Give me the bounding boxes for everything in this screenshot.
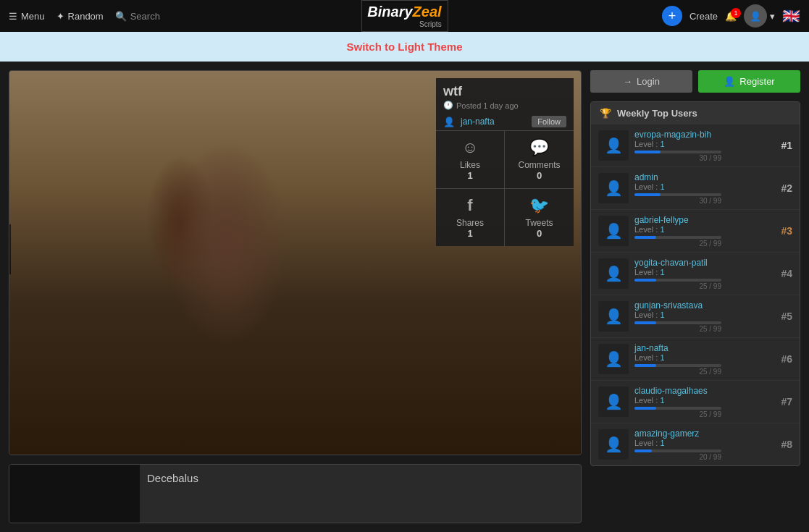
menu-link[interactable]: ☰ Menu (9, 11, 45, 22)
avatar: 👤 (598, 429, 629, 460)
tweets-label: Tweets (512, 218, 566, 228)
avatar-placeholder-icon: 👤 (605, 436, 623, 453)
user-info: jan-nafta Level : 1 25 / 99 (634, 342, 775, 376)
menu-label: Menu (21, 11, 45, 22)
tweets-cell[interactable]: 🐦 Tweets 0 (505, 189, 574, 246)
progress-area: 20 / 99 (634, 449, 775, 461)
sidebar: → Login 👤 Register 🏆 Weekly Top Users 👤 … (590, 70, 800, 523)
author-link[interactable]: jan-nafta (461, 117, 495, 127)
avatar: 👤 (744, 4, 767, 28)
avatar-placeholder-icon: 👤 (605, 222, 623, 240)
user-rank: #1 (781, 140, 792, 151)
post-preview: Decebalus (9, 464, 582, 523)
progress-bar-fill (634, 279, 656, 282)
post-meta: 🕐 Posted 1 day ago (443, 101, 566, 110)
notification-bell[interactable]: 🔔 1 (725, 11, 737, 22)
left-content: Via BinaryZeal wtf 🕐 Posted 1 day ago 👤 … (9, 70, 582, 523)
user-info: gabriel-fellype Level : 1 25 / 99 (634, 214, 775, 248)
avatar: 👤 (598, 301, 629, 332)
random-link[interactable]: ✦ Random (56, 11, 104, 22)
language-flag[interactable]: 🇬🇧 (782, 7, 800, 25)
user-name[interactable]: yogita-chavan-patil (634, 258, 708, 268)
avatar-placeholder-icon: 👤 (605, 265, 623, 282)
menu-icon: ☰ (9, 11, 17, 22)
register-icon: 👤 (724, 76, 735, 87)
user-level: Level : 1 (634, 396, 775, 405)
user-rank: #5 (781, 311, 792, 322)
user-name[interactable]: evropa-magazin-bih (634, 130, 711, 140)
plus-button[interactable]: + (662, 6, 682, 26)
shares-count: 1 (443, 228, 497, 239)
user-info: evropa-magazin-bih Level : 1 30 / 99 (634, 129, 775, 162)
smile-icon: ☺ (443, 138, 497, 157)
user-info: yogita-chavan-patil Level : 1 25 / 99 (634, 257, 775, 290)
likes-count: 1 (443, 170, 497, 181)
user-info: admin Level : 1 30 / 99 (634, 172, 775, 205)
user-avatar-area[interactable]: 👤 ▾ (744, 4, 775, 28)
user-list-item: 👤 claudio-magalhaes Level : 1 25 / 99 #7 (591, 381, 800, 423)
progress-bar-fill (634, 364, 656, 367)
user-rank: #3 (781, 225, 792, 237)
likes-label: Likes (443, 160, 497, 170)
follow-button[interactable]: Follow (532, 116, 566, 127)
user-level: Level : 1 (634, 353, 775, 362)
user-name[interactable]: gabriel-fellype (634, 215, 689, 225)
login-button[interactable]: → Login (590, 70, 692, 93)
notif-badge: 1 (731, 8, 741, 18)
user-list-item: 👤 jan-nafta Level : 1 25 / 99 #6 (591, 338, 800, 381)
avatar: 👤 (598, 216, 629, 246)
user-level: Level : 1 (634, 182, 775, 191)
progress-area: 25 / 99 (634, 407, 775, 418)
progress-bar-bg (634, 407, 721, 410)
avatar-placeholder-icon: 👤 (605, 137, 623, 154)
login-icon: → (623, 76, 632, 87)
theme-banner-text: Switch to Light Theme (347, 41, 463, 53)
register-button[interactable]: 👤 Register (698, 70, 800, 93)
search-input[interactable] (130, 11, 217, 22)
comments-count: 0 (512, 170, 566, 181)
search-link[interactable]: 🔍 (115, 11, 217, 22)
tweets-count: 0 (512, 228, 566, 239)
progress-bar-fill (634, 449, 652, 452)
create-link[interactable]: Create (689, 11, 718, 22)
nav-right: + Create 🔔 1 👤 ▾ 🇬🇧 (662, 4, 800, 28)
user-name[interactable]: admin (634, 172, 658, 182)
progress-area: 25 / 99 (634, 236, 775, 248)
progress-bar-bg (634, 279, 721, 282)
avatar: 👤 (598, 387, 629, 417)
search-icon: 🔍 (115, 11, 127, 22)
shares-cell[interactable]: f Shares 1 (436, 189, 505, 246)
user-name[interactable]: amazing-gamerz (634, 428, 699, 439)
progress-bar-bg (634, 151, 721, 153)
theme-banner[interactable]: Switch to Light Theme (0, 32, 809, 62)
progress-bar-bg (634, 193, 721, 196)
user-rank: #4 (781, 268, 792, 279)
progress-bar-fill (634, 193, 661, 196)
user-name[interactable]: claudio-magalhaes (634, 386, 708, 396)
comments-cell[interactable]: 💬 Comments 0 (505, 131, 574, 189)
preview-thumbnail (9, 465, 140, 523)
progress-text: 25 / 99 (634, 410, 721, 418)
user-name[interactable]: jan-nafta (634, 343, 668, 353)
stats-grid: ☺ Likes 1 💬 Comments 0 f Shares 1 (436, 130, 574, 246)
progress-area: 25 / 99 (634, 279, 775, 290)
progress-bar-bg (634, 321, 721, 324)
user-icon: 👤 (443, 117, 455, 127)
brand: BinaryZeal Scripts (361, 0, 448, 32)
progress-bar-fill (634, 321, 656, 324)
progress-area: 25 / 99 (634, 321, 775, 333)
widget-title: Weekly Top Users (617, 108, 697, 119)
user-info: amazing-gamerz Level : 1 20 / 99 (634, 428, 775, 461)
user-name[interactable]: gunjan-srivastava (634, 300, 703, 311)
progress-area: 30 / 99 (634, 151, 775, 162)
post-title-area: wtf 🕐 Posted 1 day ago (436, 78, 574, 113)
user-rank: #6 (781, 353, 792, 365)
random-label: Random (68, 11, 104, 22)
user-level: Level : 1 (634, 268, 775, 276)
preview-title: Decebalus (147, 472, 198, 484)
avatar: 👤 (598, 258, 629, 289)
brand-box[interactable]: BinaryZeal Scripts (361, 0, 448, 32)
likes-cell[interactable]: ☺ Likes 1 (436, 131, 505, 189)
progress-text: 30 / 99 (634, 154, 721, 162)
navbar: ☰ Menu ✦ Random 🔍 BinaryZeal Scripts + C… (0, 0, 809, 32)
